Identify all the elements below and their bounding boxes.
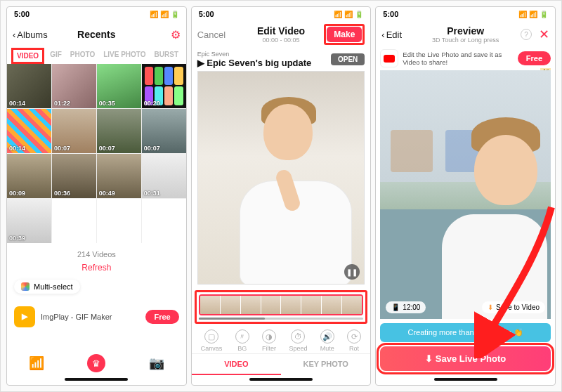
empty-cell (142, 199, 186, 243)
crown-icon[interactable]: ♛ (87, 354, 105, 372)
status-bar: 5:00 📶📶🔋 (192, 7, 371, 21)
close-button[interactable]: ✕ (539, 27, 549, 42)
multiselect-button[interactable]: Multi-select (14, 280, 80, 294)
subtab-video[interactable]: VIDEO (192, 354, 281, 375)
duration-label: 00:07 (54, 145, 70, 152)
tab-video[interactable]: VIDEO (14, 51, 41, 61)
empty-cell (97, 199, 141, 243)
ad-open-button[interactable]: OPEN (331, 53, 365, 65)
trim-filmstrip[interactable] (199, 294, 364, 315)
clock-label: 12:00 (403, 303, 420, 311)
ad-banner[interactable]: Epic Seven ▶ Epic Seven's big update OPE… (192, 48, 371, 70)
nav-bar: ‹ Albums Recents ⚙ (7, 21, 186, 48)
status-bar: 5:00 📶📶🔋 (376, 7, 555, 21)
ad-row[interactable]: ▶ ImgPlay - GIF Maker Free (11, 303, 182, 330)
tab-gif[interactable]: GIF (50, 51, 62, 61)
ad-cta-button[interactable]: Free (145, 310, 178, 324)
back-label: Edit (386, 30, 402, 40)
download-icon: ⬇ (488, 303, 493, 311)
duration-label: 00:14 (9, 145, 25, 152)
screen-preview: 5:00 📶📶🔋 ‹ Edit Preview 3D Touch or Long… (375, 6, 556, 386)
ad-app-name: ImgPlay - GIF Maker (41, 313, 140, 321)
back-label: Albums (17, 30, 47, 40)
help-button[interactable]: ? (521, 29, 532, 40)
duration-label: 00:31 (144, 190, 160, 197)
tool-canvas[interactable]: ▢Canvas (201, 329, 223, 352)
duration-label: 00:49 (99, 190, 115, 197)
video-thumb[interactable]: 00:20 (142, 64, 186, 108)
filter-icon: ◑ (262, 329, 276, 344)
download-icon: ⬇ (425, 353, 433, 364)
pause-button[interactable]: ❚❚ (344, 264, 360, 280)
duration-label: 01:22 (54, 100, 70, 107)
video-thumb[interactable]: 00:07 (142, 109, 186, 153)
wifi-icon[interactable]: 📶 (29, 355, 44, 371)
back-to-albums[interactable]: ‹ Albums (13, 30, 48, 40)
gear-icon: ⚙ (171, 29, 181, 41)
nav-bar: Cancel Edit Video 00:00 - 00:05 Make (192, 21, 371, 48)
home-indicator (434, 378, 497, 381)
video-thumb[interactable]: 00:14 (7, 109, 51, 153)
tool-bg[interactable]: 〃BG (235, 329, 249, 352)
video-thumb[interactable]: 01:22 (52, 64, 96, 108)
pause-icon: ❚❚ (346, 268, 358, 276)
canvas-icon: ▢ (204, 329, 218, 344)
live-photo-preview[interactable]: 📱 12:00 ⬇ Save to Video (380, 70, 551, 319)
nav-bar: ‹ Edit Preview 3D Touch or Long press ? … (376, 21, 555, 48)
subtab-keyphoto[interactable]: KEY PHOTO (281, 354, 370, 375)
duration-label: 00:14 (9, 100, 25, 107)
make-button[interactable]: Make (327, 27, 362, 42)
bottom-toolbar: 📶 ♛ 📷 (7, 348, 186, 375)
ad-app-icon: ▶ (14, 306, 35, 327)
tip-banner[interactable]: Edit the Live Photo and save it as Video… (380, 49, 551, 67)
duration-label: 00:20 (144, 100, 160, 107)
tab-burst[interactable]: BURST (155, 51, 178, 61)
tool-speed[interactable]: ⏱Speed (289, 329, 307, 352)
tip-cta[interactable]: Free (518, 51, 551, 65)
settings-button[interactable]: ⚙ (171, 28, 181, 41)
trim-scrollbar[interactable] (199, 318, 364, 320)
video-thumb[interactable]: 00:07 (52, 109, 96, 153)
tool-filter[interactable]: ◑Filter (262, 329, 276, 352)
video-thumb[interactable]: 00:36 (52, 154, 96, 198)
screen-library: 5:00 📶📶🔋 ‹ Albums Recents ⚙ VIDEO GIF PH… (6, 6, 187, 386)
home-indicator (249, 378, 313, 381)
bg-icon: 〃 (235, 329, 249, 344)
empty-cell (52, 199, 96, 243)
save-to-video-label: Save to Video (496, 303, 540, 311)
video-thumb[interactable]: 00:39 (7, 199, 51, 243)
status-time: 5:00 (199, 10, 214, 18)
duration-label: 00:09 (9, 190, 25, 197)
media-type-tabs: VIDEO GIF PHOTO LIVE PHOTO BURST (7, 48, 186, 64)
video-thumb[interactable]: 00:35 (97, 64, 141, 108)
video-content (228, 93, 347, 284)
video-grid: 00:14 01:22 00:35 00:20 00:14 00:07 00:0… (7, 64, 186, 243)
tip-text: Edit the Live Photo and save it as Video… (403, 51, 513, 67)
status-time: 5:00 (14, 10, 30, 18)
video-thumb[interactable]: 00:49 (97, 154, 141, 198)
tab-photo[interactable]: PHOTO (70, 51, 95, 61)
back-to-edit[interactable]: ‹ Edit (381, 30, 402, 40)
tool-rotate[interactable]: ⟳Rot (347, 329, 361, 352)
video-thumb[interactable]: 00:31 (142, 154, 186, 198)
bottom-tabs: VIDEO KEY PHOTO (192, 353, 371, 375)
save-to-video-chip[interactable]: ⬇ Save to Video (482, 301, 545, 313)
tool-mute[interactable]: 🔊Mute (320, 329, 334, 352)
home-indicator (65, 378, 128, 381)
multiselect-icon (21, 282, 30, 291)
video-thumb[interactable]: 00:09 (7, 154, 51, 198)
wallpaper-clock-chip[interactable]: 📱 12:00 (386, 301, 426, 313)
save-live-photo-button[interactable]: ⬇ Save Live Photo (380, 346, 551, 371)
video-thumb[interactable]: 00:14 (7, 64, 51, 108)
cancel-button[interactable]: Cancel (197, 30, 226, 40)
ad-headline: ▶ Epic Seven's big update (197, 58, 312, 68)
multiselect-label: Multi-select (34, 282, 73, 291)
video-preview[interactable]: ❚❚ (197, 71, 365, 285)
video-thumb[interactable]: 00:07 (97, 109, 141, 153)
speed-icon: ⏱ (291, 329, 305, 344)
info-banner: Creating more than 5 seconds 👏 (380, 323, 551, 342)
refresh-button[interactable]: Refresh (7, 263, 186, 273)
tab-livephoto[interactable]: LIVE PHOTO (103, 51, 145, 61)
camera-icon[interactable]: 📷 (149, 355, 164, 371)
trim-filmstrip-highlight (195, 290, 368, 324)
